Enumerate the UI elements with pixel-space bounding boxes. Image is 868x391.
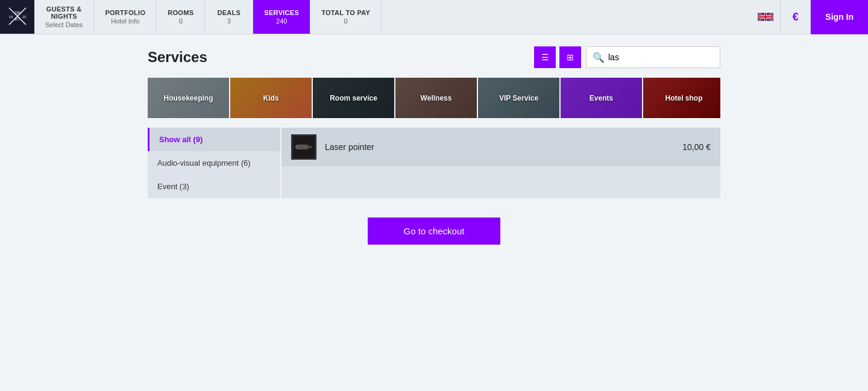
svg-text:19: 19 xyxy=(8,15,13,19)
search-box: 🔍 xyxy=(586,46,720,68)
page-title: Services xyxy=(148,49,207,66)
service-item-laser-pointer[interactable]: Laser pointer 10,00 € xyxy=(281,128,720,166)
category-roomservice[interactable]: Room service xyxy=(313,78,394,118)
sidebar-item-event[interactable]: Event (3) xyxy=(148,175,280,198)
language-selector[interactable] xyxy=(750,0,781,34)
nav-portfolio-label: PORTFOLIO xyxy=(105,9,145,16)
logo-icon: DR BT 19 15 xyxy=(6,5,29,30)
nav-portfolio[interactable]: PORTFOLIO Hotel Info xyxy=(94,0,157,34)
service-thumbnail xyxy=(291,134,316,160)
sidebar-item-audiovisual[interactable]: Audio-visual equipment (6) xyxy=(148,151,280,175)
nav-totalpay[interactable]: TOTAL TO PAY 0 xyxy=(310,0,382,34)
list-view-button[interactable]: ☰ xyxy=(534,46,556,68)
nav-deals-label: DEALS xyxy=(217,9,241,16)
controls-area: ☰ ⊞ 🔍 xyxy=(534,46,720,68)
svg-rect-10 xyxy=(295,146,297,148)
grid-view-button[interactable]: ⊞ xyxy=(559,46,581,68)
sidebar: Show all (9) Audio-visual equipment (6) … xyxy=(148,128,280,198)
svg-rect-9 xyxy=(308,146,312,148)
svg-text:DR: DR xyxy=(14,11,20,15)
header: DR BT 19 15 GUESTS &NIGHTS Select Dates … xyxy=(0,0,868,34)
nav-services-label: SERVICES xyxy=(264,9,299,16)
nav-items: GUESTS &NIGHTS Select Dates PORTFOLIO Ho… xyxy=(34,0,750,34)
nav-rooms-sub: 0 xyxy=(179,17,183,25)
nav-guests-sub: Select Dates xyxy=(45,21,83,28)
svg-text:BT: BT xyxy=(14,17,20,21)
category-housekeeping[interactable]: Housekeeping xyxy=(148,78,229,118)
content-area: Show all (9) Audio-visual equipment (6) … xyxy=(148,128,720,198)
nav-rooms[interactable]: ROOMS 0 xyxy=(157,0,205,34)
nav-services[interactable]: SERVICES 240 xyxy=(253,0,310,34)
search-input[interactable] xyxy=(608,52,714,62)
view-controls: ☰ ⊞ xyxy=(534,46,581,68)
category-events[interactable]: Events xyxy=(561,78,642,118)
checkout-area: Go to checkout xyxy=(148,217,720,269)
grid-view-icon: ⊞ xyxy=(567,52,574,62)
category-wellness[interactable]: Wellness xyxy=(395,78,477,118)
nav-guests[interactable]: GUESTS &NIGHTS Select Dates xyxy=(34,0,94,34)
nav-guests-label: GUESTS &NIGHTS xyxy=(46,5,82,20)
nav-deals[interactable]: DEALS 3 xyxy=(205,0,253,34)
nav-deals-sub: 3 xyxy=(227,17,231,25)
service-name: Laser pointer xyxy=(325,142,682,152)
svg-text:15: 15 xyxy=(22,15,26,19)
nav-services-sub: 240 xyxy=(276,17,287,25)
nav-totalpay-sub: 0 xyxy=(344,17,348,25)
category-vip[interactable]: VIP Service xyxy=(478,78,559,118)
category-kids[interactable]: Kids xyxy=(230,78,312,118)
nav-totalpay-label: TOTAL TO PAY xyxy=(321,9,370,16)
svg-rect-8 xyxy=(296,145,308,149)
nav-portfolio-sub: Hotel Info xyxy=(111,17,139,25)
service-list: Laser pointer 10,00 € xyxy=(281,128,720,198)
category-hotelshop[interactable]: Hotel shop xyxy=(643,78,720,118)
checkout-button[interactable]: Go to checkout xyxy=(368,217,501,245)
header-right: € Sign In xyxy=(750,0,868,34)
signin-button[interactable]: Sign In xyxy=(811,0,868,34)
sidebar-item-showall[interactable]: Show all (9) xyxy=(148,128,280,151)
page-title-row: Services ☰ ⊞ 🔍 xyxy=(148,46,720,68)
logo[interactable]: DR BT 19 15 xyxy=(0,0,34,34)
nav-rooms-label: ROOMS xyxy=(168,9,193,16)
category-tiles: Housekeeping Kids Room service Wellness … xyxy=(148,78,720,118)
main-content: Services ☰ ⊞ 🔍 Housekeeping xyxy=(0,34,868,281)
currency-selector[interactable]: € xyxy=(781,0,811,34)
search-icon: 🔍 xyxy=(593,52,605,63)
service-price: 10,00 € xyxy=(682,142,711,152)
list-view-icon: ☰ xyxy=(541,52,549,62)
